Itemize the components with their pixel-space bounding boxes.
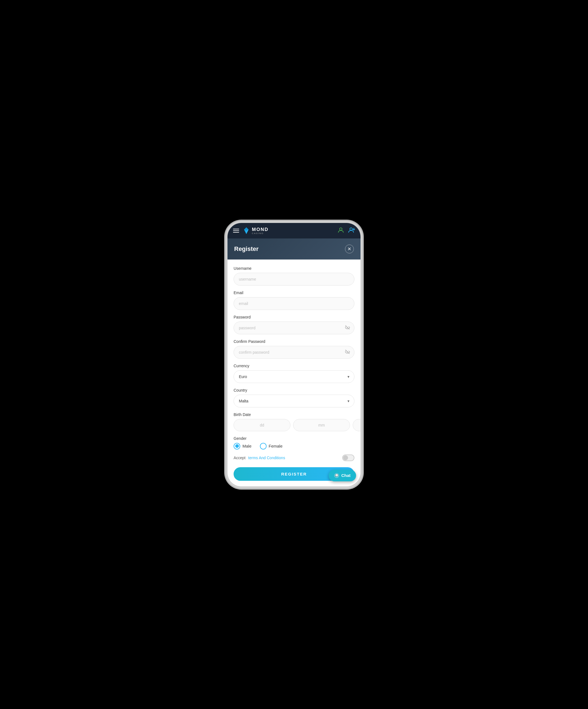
password-input[interactable] — [234, 321, 354, 334]
birthdate-dd-input[interactable] — [234, 419, 290, 431]
birthdate-row — [234, 419, 354, 431]
chat-button[interactable]: 💬 Chat — [329, 470, 356, 481]
gender-female-option[interactable]: Female — [260, 443, 283, 449]
confirm-password-field-group: Confirm Password — [234, 339, 354, 359]
nav-bar: MOND CASINO — [228, 223, 360, 238]
currency-select[interactable]: Euro USD GBP CHF — [234, 370, 354, 383]
email-field-group: Email — [234, 291, 354, 310]
gender-male-label: Male — [242, 444, 252, 448]
gender-female-label: Female — [269, 444, 283, 448]
chat-bubble-icon: 💬 — [334, 473, 339, 478]
confirm-password-label: Confirm Password — [234, 339, 354, 344]
gender-label: Gender — [234, 436, 354, 441]
svg-point-3 — [340, 228, 342, 230]
currency-field-group: Currency Euro USD GBP CHF ▾ — [234, 364, 354, 383]
birthdate-yyyy-input[interactable] — [353, 419, 360, 431]
country-field-group: Country Malta UK Germany France Italy ▾ — [234, 388, 354, 408]
confirm-password-input[interactable] — [234, 346, 354, 359]
gender-male-radio[interactable] — [234, 443, 240, 449]
phone-shell: MOND CASINO Reg — [228, 223, 360, 486]
birthdate-field-group: Birth Date — [234, 412, 354, 431]
confirm-password-input-wrapper — [234, 346, 354, 359]
password-label: Password — [234, 315, 354, 319]
close-button[interactable]: × — [345, 244, 354, 254]
email-input[interactable] — [234, 297, 354, 310]
username-field-group: Username — [234, 266, 354, 286]
username-label: Username — [234, 266, 354, 270]
currency-select-wrapper: Euro USD GBP CHF ▾ — [234, 370, 354, 383]
register-header: Register × — [228, 238, 360, 260]
nav-right — [338, 227, 355, 234]
logo-text: MOND CASINO — [252, 227, 269, 235]
terms-toggle[interactable] — [342, 454, 354, 461]
gender-female-radio[interactable] — [260, 443, 266, 449]
password-input-wrapper — [234, 321, 354, 334]
register-title: Register — [234, 245, 258, 253]
gender-row: Male Female — [234, 443, 354, 449]
logo-icon — [242, 227, 250, 235]
chat-label: Chat — [341, 473, 351, 478]
currency-label: Currency — [234, 364, 354, 368]
gender-male-option[interactable]: Male — [234, 443, 252, 449]
terms-toggle-knob — [343, 455, 348, 460]
add-user-icon[interactable] — [348, 227, 355, 234]
form-area: Username Email Password Confirm Password — [228, 260, 360, 486]
login-icon[interactable] — [338, 227, 344, 234]
country-select[interactable]: Malta UK Germany France Italy — [234, 395, 354, 408]
logo-area: MOND CASINO — [242, 227, 269, 235]
terms-row: Accept terms And Conditions — [234, 454, 354, 461]
username-input[interactable] — [234, 273, 354, 286]
terms-link[interactable]: terms And Conditions — [248, 455, 285, 460]
country-select-wrapper: Malta UK Germany France Italy ▾ — [234, 395, 354, 408]
birthdate-label: Birth Date — [234, 412, 354, 417]
email-label: Email — [234, 291, 354, 295]
gender-field-group: Gender Male Female — [234, 436, 354, 449]
confirm-password-toggle-icon[interactable] — [345, 349, 350, 355]
hamburger-menu[interactable] — [233, 229, 239, 233]
birthdate-mm-input[interactable] — [293, 419, 350, 431]
password-toggle-icon[interactable] — [345, 325, 350, 331]
terms-text: Accept — [234, 455, 246, 460]
svg-point-4 — [350, 228, 353, 230]
password-field-group: Password — [234, 315, 354, 334]
country-label: Country — [234, 388, 354, 392]
nav-left: MOND CASINO — [233, 227, 269, 235]
